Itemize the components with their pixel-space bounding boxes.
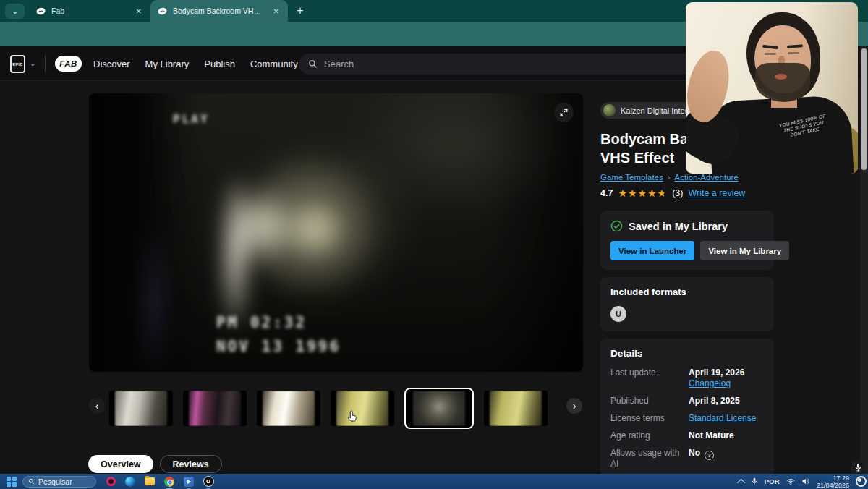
breadcrumb: Game Templates › Action-Adventure bbox=[600, 173, 774, 182]
detail-value: Not Mature bbox=[689, 430, 734, 441]
changelog-link[interactable]: Changelog bbox=[689, 378, 731, 388]
screen: ⌄ Fab ✕ Bodycam Backroom VHS Effect | Fa… bbox=[0, 0, 868, 489]
detail-value: April 19, 2026 Changelog bbox=[689, 367, 744, 389]
thumbnail-2[interactable] bbox=[183, 391, 247, 426]
detail-row-license: License terms Standard License bbox=[610, 413, 764, 424]
mouse-cursor bbox=[346, 409, 359, 425]
nav-item-my-library[interactable]: My Library bbox=[145, 59, 190, 69]
vhs-timestamp: PM 02:32 bbox=[216, 314, 307, 331]
breadcrumb-separator-icon: › bbox=[668, 173, 671, 182]
language-indicator[interactable]: POR bbox=[764, 477, 780, 485]
person-beard bbox=[755, 63, 810, 102]
thumbnail-5[interactable] bbox=[407, 391, 471, 426]
write-review-link[interactable]: Write a review bbox=[688, 188, 745, 198]
detail-value: No? bbox=[689, 448, 714, 469]
search-icon bbox=[308, 59, 318, 69]
tab-title: Fab bbox=[51, 7, 129, 15]
close-icon[interactable]: ✕ bbox=[272, 6, 281, 17]
chevron-down-icon[interactable]: ⌄ bbox=[30, 59, 35, 67]
edge-icon[interactable] bbox=[124, 476, 136, 488]
view-in-my-library-button[interactable]: View in My Library bbox=[700, 241, 789, 260]
tab-list-button[interactable]: ⌄ bbox=[5, 4, 25, 19]
detail-row-age-rating: Age rating Not Mature bbox=[610, 430, 764, 441]
seller-avatar bbox=[603, 104, 616, 116]
taskbar-clock[interactable]: 17:29 21/04/2026 bbox=[817, 475, 849, 489]
detail-label: Last update bbox=[610, 367, 689, 389]
start-button[interactable] bbox=[7, 477, 17, 487]
check-circle-icon bbox=[610, 220, 623, 232]
product-media-viewer[interactable]: PLAY PM 02:32 NOV 13 1996 bbox=[89, 93, 583, 372]
tab-reviews[interactable]: Reviews bbox=[160, 455, 222, 473]
fab-favicon-icon bbox=[158, 7, 167, 16]
file-explorer-icon[interactable] bbox=[144, 476, 156, 488]
rating-value: 4.7 bbox=[600, 188, 613, 198]
library-buttons: View in Launcher View in My Library bbox=[610, 241, 764, 260]
unreal-engine-icon[interactable]: U bbox=[203, 476, 214, 488]
scrollbar-thumb[interactable] bbox=[861, 48, 867, 170]
seller-chip[interactable]: Kaizen Digital Intera bbox=[600, 102, 699, 119]
tab-title: Bodycam Backroom VHS Effect | Fab bbox=[173, 7, 266, 15]
windows-taskbar: Pesquisar U POR bbox=[0, 474, 868, 489]
tray-expand-icon[interactable] bbox=[737, 478, 745, 486]
webcam-overlay: YOU MISS 100% OF THE SHOTS YOU DON'T TAK… bbox=[686, 2, 858, 174]
fab-logo[interactable]: FAB bbox=[55, 56, 82, 72]
new-tab-button[interactable]: + bbox=[292, 3, 308, 19]
tab-overview[interactable]: Overview bbox=[88, 455, 153, 473]
unreal-engine-format-icon[interactable]: U bbox=[610, 306, 626, 322]
content-tabs: Overview Reviews bbox=[88, 455, 222, 473]
thumbnail-1[interactable] bbox=[109, 391, 173, 426]
help-icon[interactable]: ? bbox=[705, 451, 714, 460]
view-in-launcher-button[interactable]: View in Launcher bbox=[610, 241, 694, 260]
expand-icon bbox=[559, 108, 569, 117]
person-mouth bbox=[775, 74, 787, 80]
detail-row-ai-usage: Allows usage with AI No? bbox=[610, 448, 764, 469]
thumbnail-3[interactable] bbox=[257, 391, 320, 426]
obs-tray-icon[interactable] bbox=[856, 476, 867, 487]
tray-mic-icon[interactable] bbox=[752, 477, 757, 485]
review-count-link[interactable]: (3) bbox=[672, 188, 683, 198]
standard-license-link[interactable]: Standard License bbox=[689, 413, 756, 423]
taskbar-search[interactable]: Pesquisar bbox=[22, 476, 96, 488]
carousel-next-button[interactable]: › bbox=[566, 398, 582, 414]
breadcrumb-category-link[interactable]: Game Templates bbox=[600, 173, 663, 182]
clock-date: 21/04/2026 bbox=[817, 482, 849, 489]
help-glyph: ? bbox=[707, 450, 711, 461]
media-app-icon[interactable] bbox=[183, 476, 195, 488]
browser-tab-fab[interactable]: Fab ✕ bbox=[29, 0, 150, 22]
search-placeholder: Search bbox=[324, 59, 354, 69]
browser-tab-listing[interactable]: Bodycam Backroom VHS Effect | Fab ✕ bbox=[150, 0, 288, 22]
speaker-icon[interactable] bbox=[801, 477, 810, 485]
detail-label: Published bbox=[610, 396, 689, 407]
thumbnail-6[interactable] bbox=[484, 391, 548, 426]
breadcrumb-subcategory-link[interactable]: Action-Adventure bbox=[675, 173, 739, 182]
detail-row-last-update: Last update April 19, 2026 Changelog bbox=[610, 367, 764, 389]
person-eye bbox=[788, 52, 799, 54]
microphone-indicator bbox=[851, 461, 866, 474]
ue-letter: U bbox=[616, 310, 621, 318]
close-icon[interactable]: ✕ bbox=[135, 6, 143, 17]
epic-label: EPIC bbox=[12, 62, 22, 67]
carousel-prev-button[interactable]: ‹ bbox=[89, 398, 105, 414]
opera-gx-icon[interactable] bbox=[105, 476, 116, 488]
saved-status-label: Saved in My Library bbox=[629, 221, 728, 232]
epic-games-logo[interactable]: EPIC bbox=[10, 55, 25, 73]
detail-value: Standard License bbox=[689, 413, 756, 424]
library-status-card: Saved in My Library View in Launcher Vie… bbox=[600, 211, 774, 270]
taskbar-search-placeholder: Pesquisar bbox=[38, 477, 72, 486]
wifi-icon[interactable] bbox=[786, 478, 795, 485]
details-card: Details Last update April 19, 2026 Chang… bbox=[600, 339, 774, 489]
header-divider bbox=[45, 56, 46, 72]
nav-item-publish[interactable]: Publish bbox=[204, 59, 235, 69]
chrome-icon[interactable] bbox=[163, 476, 175, 488]
included-formats-card: Included formats U bbox=[600, 277, 774, 331]
detail-label: Allows usage with AI bbox=[610, 448, 689, 469]
thumbnail-4[interactable] bbox=[331, 391, 394, 426]
last-update-value: April 19, 2026 bbox=[689, 367, 744, 378]
fullscreen-button[interactable] bbox=[554, 103, 574, 122]
thumbnail-5-selected[interactable] bbox=[404, 388, 474, 429]
chevron-down-icon: ⌄ bbox=[12, 7, 18, 16]
nav-item-discover[interactable]: Discover bbox=[93, 59, 130, 69]
search-icon bbox=[28, 478, 35, 485]
clock-time: 17:29 bbox=[817, 475, 849, 482]
nav-item-community[interactable]: Community bbox=[250, 59, 298, 69]
